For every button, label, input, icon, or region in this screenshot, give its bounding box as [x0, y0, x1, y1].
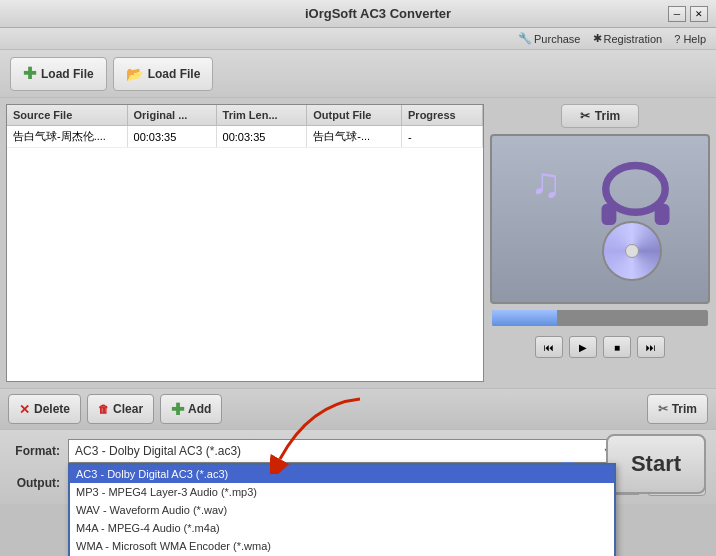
cd-disc-icon — [602, 221, 662, 281]
svg-rect-1 — [602, 204, 617, 225]
dropdown-item-4[interactable]: WMA - Microsoft WMA Encoder (*.wma) — [70, 537, 614, 555]
music-art: ♫ — [520, 149, 680, 289]
stop-button[interactable]: ■ — [603, 336, 631, 358]
title-bar: iOrgSoft AC3 Converter ─ ✕ — [0, 0, 716, 28]
trim-button-bottom[interactable]: ✂ Trim — [647, 394, 708, 424]
close-button[interactable]: ✕ — [690, 6, 708, 22]
add-button[interactable]: ✚ Add — [160, 394, 222, 424]
main-content: Source File Original ... Trim Len... Out… — [0, 98, 716, 388]
col-source: Source File — [7, 105, 127, 126]
progress-bar-container — [492, 310, 708, 326]
registration-menu[interactable]: ✱ Registration — [593, 32, 663, 45]
dropdown-item-1[interactable]: MP3 - MPEG4 Layer-3 Audio (*.mp3) — [70, 483, 614, 501]
file-list-panel: Source File Original ... Trim Len... Out… — [6, 104, 484, 382]
format-label: Format: — [10, 444, 60, 458]
menu-bar: 🔧 Purchase ✱ Registration ? Help — [0, 28, 716, 50]
file-table: Source File Original ... Trim Len... Out… — [7, 105, 483, 148]
preview-box: ♫ — [490, 134, 710, 304]
delete-button[interactable]: ✕ Delete — [8, 394, 81, 424]
add-icon: ✚ — [23, 64, 36, 83]
app-title: iOrgSoft AC3 Converter — [88, 6, 668, 21]
col-trim: Trim Len... — [216, 105, 307, 126]
dropdown-item-3[interactable]: M4A - MPEG-4 Audio (*.m4a) — [70, 519, 614, 537]
col-output: Output File — [307, 105, 402, 126]
format-select-container: AC3 - Dolby Digital AC3 (*.ac3) ▼ AC3 - … — [68, 439, 616, 463]
music-notes-icon: ♫ — [530, 159, 562, 207]
rewind-button[interactable]: ⏮ — [535, 336, 563, 358]
trim-scissors-icon: ✂ — [658, 402, 668, 416]
cell-source: 告白气球-周杰伦.... — [7, 126, 127, 148]
format-dropdown: AC3 - Dolby Digital AC3 (*.ac3) MP3 - MP… — [68, 463, 616, 556]
action-buttons: ✕ Delete 🗑 Clear ✚ Add ✂ Trim — [0, 388, 716, 430]
col-original: Original ... — [127, 105, 216, 126]
clear-button[interactable]: 🗑 Clear — [87, 394, 154, 424]
format-select[interactable]: AC3 - Dolby Digital AC3 (*.ac3) ▼ — [68, 439, 616, 463]
minimize-button[interactable]: ─ — [668, 6, 686, 22]
start-button[interactable]: Start — [606, 434, 706, 494]
window-controls: ─ ✕ — [668, 6, 708, 22]
scissors-icon: ✂ — [580, 109, 590, 123]
svg-rect-2 — [655, 204, 670, 225]
format-row: Format: AC3 - Dolby Digital AC3 (*.ac3) … — [10, 438, 706, 464]
output-label: Output: — [10, 476, 60, 490]
trim-button-top[interactable]: ✂ Trim — [561, 104, 639, 128]
fast-forward-button[interactable]: ⏭ — [637, 336, 665, 358]
folder-icon: 📂 — [126, 66, 143, 82]
progress-bar — [492, 310, 557, 326]
media-controls: ⏮ ▶ ■ ⏭ — [490, 332, 710, 362]
cell-progress: - — [402, 126, 483, 148]
play-button[interactable]: ▶ — [569, 336, 597, 358]
load-file-button-2[interactable]: 📂 Load File — [113, 57, 214, 91]
delete-icon: ✕ — [19, 402, 30, 417]
col-progress: Progress — [402, 105, 483, 126]
load-file-button-1[interactable]: ✚ Load File — [10, 57, 107, 91]
right-panel: ✂ Trim ♫ — [490, 104, 710, 382]
table-row[interactable]: 告白气球-周杰伦.... 00:03:35 00:03:35 告白气球-... … — [7, 126, 483, 148]
toolbar: ✚ Load File 📂 Load File — [0, 50, 716, 98]
purchase-menu[interactable]: 🔧 Purchase — [518, 32, 580, 45]
dropdown-item-0[interactable]: AC3 - Dolby Digital AC3 (*.ac3) — [70, 465, 614, 483]
help-menu[interactable]: ? Help — [674, 33, 706, 45]
trim-btn-container: ✂ Trim — [490, 104, 710, 128]
add-icon-small: ✚ — [171, 400, 184, 419]
cell-original: 00:03:35 — [127, 126, 216, 148]
dropdown-item-2[interactable]: WAV - Waveform Audio (*.wav) — [70, 501, 614, 519]
clear-icon: 🗑 — [98, 403, 109, 415]
cd-center — [625, 244, 639, 258]
format-section: Format: AC3 - Dolby Digital AC3 (*.ac3) … — [0, 430, 716, 504]
cell-trim: 00:03:35 — [216, 126, 307, 148]
cell-output: 告白气球-... — [307, 126, 402, 148]
